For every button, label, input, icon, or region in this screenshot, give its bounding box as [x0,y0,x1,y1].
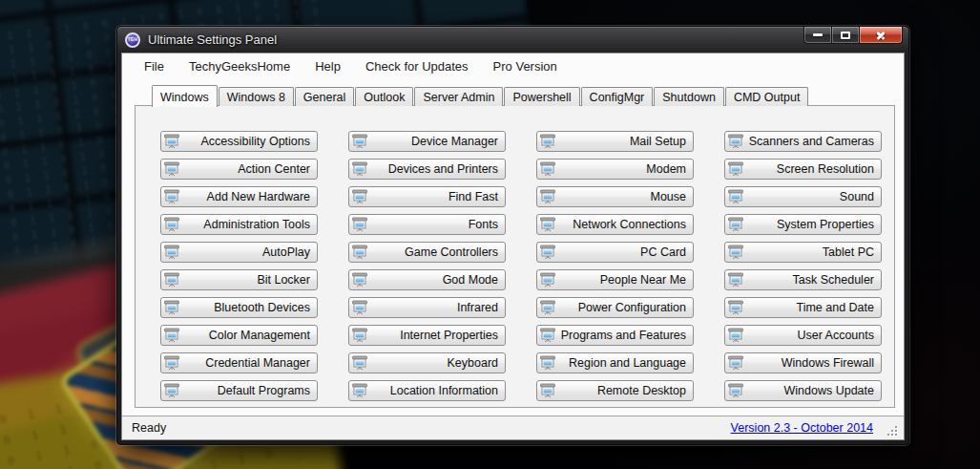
settings-button-god-mode[interactable]: God Mode [348,269,506,290]
projector-screen-icon [540,217,555,232]
settings-button-windows-update[interactable]: Windows Update [724,380,882,401]
settings-button-game-controllers[interactable]: Game Controllers [348,242,506,263]
settings-button-bit-locker[interactable]: Bit Locker [160,269,318,290]
settings-button-label: Location Information [371,384,505,397]
settings-button-label: Keyboard [371,356,505,370]
projector-screen-icon [164,272,179,288]
settings-button-default-programs[interactable]: Default Programs [160,380,318,401]
settings-button-label: PC Card [559,245,693,259]
settings-button-programs-and-features[interactable]: Programs and Features [536,325,694,346]
projector-screen-icon [540,300,555,315]
projector-screen-icon [352,355,367,371]
close-icon [875,30,886,41]
settings-button-autoplay[interactable]: AutoPlay [160,242,318,263]
settings-button-infrared[interactable]: Infrared [348,297,506,318]
settings-button-time-and-date[interactable]: Time and Date [724,297,882,318]
settings-button-label: Windows Update [747,384,881,397]
projector-screen-icon [728,383,743,398]
tab-shutdown[interactable]: Shutdown [654,87,724,106]
settings-button-add-new-hardware[interactable]: Add New Hardware [160,186,318,207]
menu-item-techygeekshome[interactable]: TechyGeeksHome [177,55,302,77]
settings-button-label: Region and Language [559,356,693,370]
projector-screen-icon [352,189,367,204]
settings-button-fonts[interactable]: Fonts [348,214,506,235]
settings-button-bluetooth-devices[interactable]: Bluetooth Devices [160,297,318,318]
menu-item-help[interactable]: Help [302,55,353,77]
tab-outlook[interactable]: Outlook [355,87,413,106]
projector-screen-icon [352,272,367,288]
settings-button-mouse[interactable]: Mouse [536,186,694,207]
settings-button-pc-card[interactable]: PC Card [536,242,694,263]
version-link[interactable]: Version 2.3 - October 2014 [731,421,873,435]
settings-button-tablet-pc[interactable]: Tablet PC [724,242,882,263]
settings-button-color-management[interactable]: Color Management [160,325,318,346]
settings-button-power-configuration[interactable]: Power Configuration [536,297,694,318]
settings-button-remote-desktop[interactable]: Remote Desktop [536,380,694,401]
settings-button-label: System Properties [747,218,881,231]
settings-button-user-accounts[interactable]: User Accounts [724,325,882,346]
menu-item-file[interactable]: File [132,55,177,77]
projector-screen-icon [352,300,367,315]
settings-button-label: User Accounts [747,329,881,342]
projector-screen-icon [352,328,367,343]
settings-button-device-manager[interactable]: Device Manager [348,131,506,152]
settings-button-credential-manager[interactable]: Credential Manager [160,352,318,373]
settings-button-location-information[interactable]: Location Information [348,380,506,401]
tab-windows[interactable]: Windows [152,85,218,107]
settings-button-mail-setup[interactable]: Mail Setup [536,131,694,152]
projector-screen-icon [728,300,743,315]
title-bar[interactable]: TGH Ultimate Settings Panel [117,27,908,53]
settings-button-label: Find Fast [371,190,505,203]
tab-windows-8[interactable]: Windows 8 [219,87,294,106]
projector-screen-icon [164,217,179,232]
settings-button-region-and-language[interactable]: Region and Language [536,352,694,373]
settings-button-modem[interactable]: Modem [536,159,694,180]
settings-button-scanners-and-cameras[interactable]: Scanners and Cameras [724,131,882,152]
settings-button-label: Color Management [183,329,317,342]
tab-cmd-output[interactable]: CMD Output [725,87,808,106]
settings-button-network-connections[interactable]: Network Connections [536,214,694,235]
app-logo-icon: TGH [125,32,140,48]
close-button[interactable] [860,27,903,44]
projector-screen-icon [728,189,743,204]
settings-button-system-properties[interactable]: System Properties [724,214,882,235]
resize-grip[interactable] [886,425,898,437]
menu-item-check-for-updates[interactable]: Check for Updates [353,55,481,77]
tab-control: WindowsWindows 8GeneralOutlookServer Adm… [135,84,895,408]
projector-screen-icon [352,217,367,232]
settings-button-screen-resolution[interactable]: Screen Resolution [724,159,882,180]
minimize-button[interactable] [803,27,832,44]
tab-powershell[interactable]: Powershell [504,87,579,106]
maximize-button[interactable] [832,27,860,44]
menu-item-pro-version[interactable]: Pro Version [481,55,570,77]
settings-button-keyboard[interactable]: Keyboard [348,352,506,373]
settings-button-administration-tools[interactable]: Administration Tools [160,214,318,235]
projector-screen-icon [728,134,743,149]
settings-button-label: Add New Hardware [183,190,317,203]
settings-button-label: Tablet PC [747,245,881,259]
settings-button-label: Infrared [371,301,505,314]
settings-button-label: Network Connections [559,218,693,231]
tab-configmgr[interactable]: ConfigMgr [581,87,654,106]
settings-button-label: Game Controllers [371,245,505,259]
tab-general[interactable]: General [295,87,354,106]
tab-page-windows: Accessibility OptionsAction CenterAdd Ne… [135,105,895,408]
projector-screen-icon [164,245,179,260]
settings-button-internet-properties[interactable]: Internet Properties [348,325,506,346]
settings-button-people-near-me[interactable]: People Near Me [536,269,694,290]
projector-screen-icon [352,383,367,398]
settings-button-accessibility-options[interactable]: Accessibility Options [160,131,318,152]
projector-screen-icon [540,161,555,177]
settings-button-windows-firewall[interactable]: Windows Firewall [724,352,882,373]
tab-server-admin[interactable]: Server Admin [414,87,503,106]
menu-bar: FileTechyGeeksHomeHelpCheck for UpdatesP… [122,53,904,79]
settings-button-task-scheduler[interactable]: Task Scheduler [724,269,882,290]
settings-button-find-fast[interactable]: Find Fast [348,186,506,207]
settings-button-devices-and-printers[interactable]: Devices and Printers [348,159,506,180]
settings-button-sound[interactable]: Sound [724,186,882,207]
projector-screen-icon [352,134,367,149]
settings-button-label: Administration Tools [183,218,317,231]
settings-button-label: Bluetooth Devices [183,301,317,314]
settings-button-label: Mail Setup [559,135,693,148]
settings-button-action-center[interactable]: Action Center [160,159,318,180]
